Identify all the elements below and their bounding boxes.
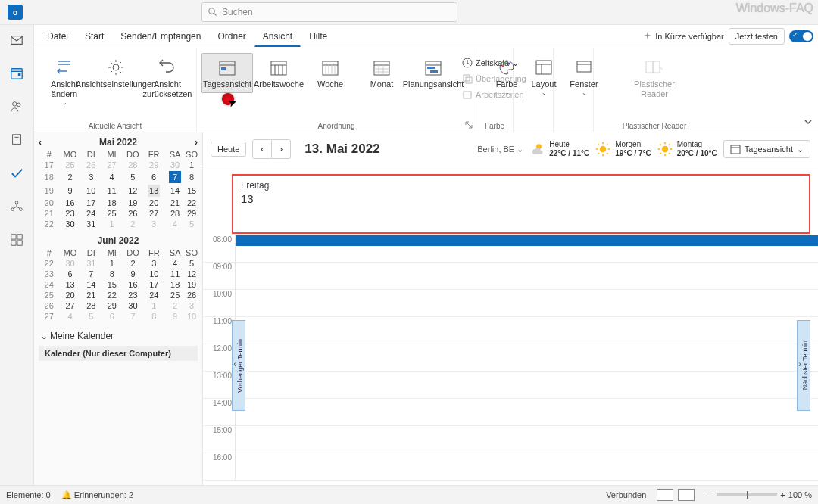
calendar-day[interactable]: 5	[122, 170, 143, 184]
calendar-day[interactable]: 24	[144, 290, 165, 300]
calendar-day[interactable]: 23	[59, 208, 80, 219]
rail-apps[interactable]	[8, 231, 26, 249]
calendar-day[interactable]: 13	[59, 279, 80, 290]
calendar-day[interactable]: 2	[164, 300, 186, 311]
calendar-day[interactable]: 18	[164, 279, 186, 290]
time-slot[interactable]	[236, 399, 818, 425]
time-slot[interactable]	[236, 290, 818, 316]
calendar-day[interactable]: 8	[186, 170, 198, 184]
day-header[interactable]: Freitag 13	[232, 174, 810, 234]
calendar-day[interactable]: 14	[81, 279, 101, 290]
time-grid[interactable]: ‹Vorheriger Termin ›Nächster Termin 08:0…	[203, 235, 818, 504]
today-button[interactable]: Heute	[211, 142, 246, 157]
menu-ordner[interactable]: Ordner	[209, 26, 254, 46]
calendar-day[interactable]: 26	[122, 208, 143, 219]
calendar-day[interactable]: 29	[186, 208, 198, 219]
prev-day-button[interactable]: ‹	[252, 139, 272, 159]
calendar-day[interactable]: 25	[164, 290, 186, 300]
month-button[interactable]: Monat	[356, 53, 407, 93]
menu-ansicht[interactable]: Ansicht	[254, 26, 301, 47]
calendar-day[interactable]: 9	[122, 269, 143, 279]
calendar-day[interactable]: 29	[143, 160, 164, 170]
menu-senden[interactable]: Senden/Empfangen	[112, 26, 209, 46]
calendar-day[interactable]: 30	[59, 258, 80, 269]
calendar-day[interactable]: 30	[59, 219, 80, 229]
prev-appointment-handle[interactable]: ‹Vorheriger Termin	[232, 320, 245, 411]
calendar-day[interactable]: 27	[143, 208, 164, 219]
calendar-day[interactable]: 27	[59, 300, 80, 311]
calendar-day[interactable]: 6	[59, 269, 80, 279]
rail-todo[interactable]	[8, 164, 26, 182]
calendar-day[interactable]: 5	[186, 258, 198, 269]
time-slot[interactable]	[236, 426, 818, 453]
calendar-day[interactable]: 10	[81, 184, 101, 198]
calendar-day[interactable]: 1	[101, 258, 122, 269]
menu-start[interactable]: Start	[76, 26, 112, 46]
calendar-day[interactable]: 11	[164, 269, 186, 279]
dialog-launcher-icon[interactable]	[465, 121, 473, 129]
calendar-day[interactable]: 3	[144, 258, 165, 269]
calendar-day[interactable]: 4	[59, 311, 80, 322]
rail-calendar[interactable]	[8, 64, 26, 82]
calendar-day[interactable]: 11	[101, 184, 122, 198]
calendar-day[interactable]: 9	[59, 184, 80, 198]
calendar-day[interactable]: 30	[164, 160, 186, 170]
calendar-day[interactable]: 5	[186, 219, 198, 229]
time-slot[interactable]	[236, 344, 818, 371]
calendar-day[interactable]: 22	[186, 198, 198, 208]
calendar-day[interactable]: 15	[186, 184, 198, 198]
week-button[interactable]: Woche	[304, 53, 356, 93]
weather-tomorrow[interactable]: Morgen19°C / 7°C	[595, 140, 651, 158]
calendar-day[interactable]: 31	[81, 258, 101, 269]
immersive-reader-button[interactable]: Plastischer Reader	[627, 53, 682, 103]
calendar-day[interactable]: 7	[164, 170, 186, 184]
calendar-day[interactable]: 24	[81, 208, 101, 219]
reset-view-button[interactable]: Ansicht zurücksetzen	[142, 53, 193, 103]
calendar-day[interactable]: 22	[101, 290, 122, 300]
calendar-day[interactable]: 19	[122, 198, 143, 208]
calendar-day[interactable]: 8	[101, 269, 122, 279]
my-calendars-header[interactable]: ⌄Meine Kalender	[39, 326, 198, 346]
prev-month-icon[interactable]: ‹	[39, 137, 42, 148]
location-selector[interactable]: Berlin, BE ⌄	[477, 145, 523, 154]
calendar-item-local[interactable]: Kalender (Nur dieser Computer)	[39, 346, 198, 361]
calendar-day[interactable]: 20	[59, 290, 80, 300]
rail-mail[interactable]	[8, 31, 26, 49]
menu-datei[interactable]: Datei	[39, 26, 76, 46]
calendar-day[interactable]: 15	[101, 279, 122, 290]
schedule-view-button[interactable]: Planungsansicht	[407, 53, 459, 93]
calendar-day[interactable]: 3	[143, 219, 164, 229]
calendar-day[interactable]: 26	[186, 290, 198, 300]
time-slot[interactable]	[236, 235, 818, 246]
calendar-day[interactable]: 7	[122, 311, 143, 322]
time-slot[interactable]	[236, 453, 818, 480]
calendar-day[interactable]: 17	[144, 279, 165, 290]
calendar-day[interactable]: 27	[101, 160, 122, 170]
calendar-day[interactable]: 3	[186, 300, 198, 311]
calendar-day[interactable]: 5	[81, 311, 101, 322]
next-day-button[interactable]: ›	[272, 139, 291, 159]
calendar-day[interactable]: 10	[144, 269, 165, 279]
calendar-day[interactable]: 29	[101, 300, 122, 311]
time-slot[interactable]	[236, 317, 818, 344]
next-month-icon[interactable]: ›	[195, 137, 198, 148]
weather-monday[interactable]: Montag20°C / 10°C	[657, 140, 717, 158]
calendar-day[interactable]: 18	[101, 198, 122, 208]
next-appointment-handle[interactable]: ›Nächster Termin	[797, 320, 810, 411]
rail-notes[interactable]	[8, 131, 26, 149]
calendar-day[interactable]: 12	[186, 269, 198, 279]
calendar-day[interactable]: 26	[81, 160, 101, 170]
calendar-day[interactable]: 3	[81, 170, 101, 184]
calendar-day[interactable]: 23	[122, 290, 143, 300]
calendar-day[interactable]: 30	[122, 300, 143, 311]
calendar-day[interactable]: 28	[122, 160, 143, 170]
calendar-day[interactable]: 2	[122, 219, 143, 229]
calendar-day[interactable]: 1	[101, 219, 122, 229]
calendar-day[interactable]: 8	[144, 311, 165, 322]
view-normal-icon[interactable]	[657, 489, 673, 501]
minicalendar-may[interactable]: ‹Mai 2022› #MODIMIDOFRSASO17252627282930…	[39, 135, 198, 229]
calendar-day[interactable]: 4	[101, 170, 122, 184]
calendar-day[interactable]: 16	[59, 198, 80, 208]
calendar-day[interactable]: 12	[122, 184, 143, 198]
workweek-button[interactable]: Arbeitswoche	[253, 53, 304, 93]
